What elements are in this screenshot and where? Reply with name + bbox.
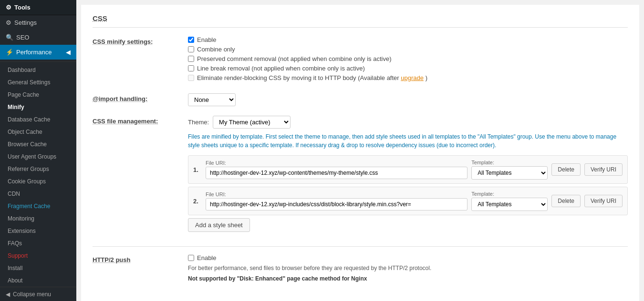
verify-button-2[interactable]: Verify URI (584, 195, 623, 207)
import-handling-content: None Include Minify (188, 93, 628, 106)
render-blocking-row: Eliminate render-blocking CSS by moving … (188, 74, 628, 81)
sidebar-sub-referrer-groups[interactable]: Referrer Groups (0, 163, 76, 175)
collapse-menu-button[interactable]: ◀ Collapse menu (0, 287, 76, 301)
performance-icon: ⚡ (6, 49, 13, 56)
settings-label: Settings (14, 19, 37, 26)
linebreak-label[interactable]: Line break removal (not applied when com… (197, 65, 365, 72)
sidebar-item-seo[interactable]: 🔍 SEO (0, 30, 76, 45)
http2-label: HTTP/2 push (93, 254, 188, 263)
file-row-1: 1. File URI: Template: All Templates Del… (188, 155, 628, 184)
http2-info-2-text: Not supported by "Disk: Enhanced" page c… (188, 275, 367, 282)
sidebar-sub-minify[interactable]: Minify (0, 101, 76, 113)
verify-button-1[interactable]: Verify URI (584, 163, 623, 176)
content-area: CSS CSS minify settings: Enable Combine … (81, 5, 639, 301)
performance-label: Performance (16, 49, 52, 56)
http2-enable-row: Enable (188, 254, 628, 261)
linebreak-checkbox[interactable] (188, 65, 194, 71)
add-stylesheet-button[interactable]: Add a style sheet (188, 218, 250, 232)
theme-label: Theme: (188, 119, 209, 126)
page-title: CSS (93, 14, 628, 28)
preserved-checkbox[interactable] (188, 56, 194, 62)
http2-enable-checkbox[interactable] (188, 255, 194, 261)
sidebar-sub-database-cache[interactable]: Database Cache (0, 113, 76, 126)
sidebar-tools-header[interactable]: ⚙ Tools (0, 0, 76, 15)
file-uri-group-1: File URI: (206, 160, 467, 179)
template-select-2[interactable]: All Templates (471, 198, 548, 211)
combine-label[interactable]: Combine only (197, 46, 235, 53)
file-uri-input-2[interactable] (206, 198, 467, 211)
enable-label[interactable]: Enable (197, 36, 216, 43)
template-label-1: Template: (471, 160, 548, 165)
file-management-label: CSS file management: (93, 116, 188, 125)
sidebar-sub-dashboard[interactable]: Dashboard (0, 64, 76, 76)
sidebar-sub-monitoring[interactable]: Monitoring (0, 212, 76, 225)
settings-icon: ⚙ (6, 19, 11, 26)
sidebar-divider-1 (0, 61, 76, 62)
enable-checkbox[interactable] (188, 37, 194, 43)
render-blocking-text: Eliminate render-blocking CSS by moving … (197, 74, 399, 81)
delete-button-1[interactable]: Delete (551, 163, 581, 176)
sidebar-item-performance[interactable]: ⚡ Performance ◀ (0, 45, 76, 60)
http2-enable-label[interactable]: Enable (197, 254, 216, 261)
import-handling-row: @import handling: None Include Minify (93, 93, 628, 106)
import-handling-select[interactable]: None Include Minify (188, 93, 236, 106)
template-label-2: Template: (471, 191, 548, 197)
section-divider (93, 246, 628, 247)
delete-button-2[interactable]: Delete (551, 195, 581, 207)
theme-row: Theme: My Theme (active) Twenty Twenty-T… (188, 116, 628, 129)
sidebar-sub-cookie-groups[interactable]: Cookie Groups (0, 175, 76, 188)
main-content: CSS CSS minify settings: Enable Combine … (76, 0, 644, 301)
render-blocking-checkbox[interactable] (188, 75, 194, 81)
sidebar-sub-support[interactable]: Support (0, 250, 76, 262)
file-uri-input-1[interactable] (206, 167, 467, 179)
theme-select[interactable]: My Theme (active) Twenty Twenty-Three Tw… (213, 116, 291, 129)
css-minify-content: Enable Combine only Preserved comment re… (188, 36, 628, 84)
collapse-label: Collapse menu (13, 291, 51, 298)
seo-label: SEO (16, 34, 29, 41)
sidebar-sub-about[interactable]: About (0, 274, 76, 287)
tools-label: Tools (14, 4, 31, 11)
file-management-info: Files are minified by template. First se… (188, 132, 628, 150)
http2-content: Enable For better performance, send file… (188, 254, 628, 283)
sidebar-sub-extensions[interactable]: Extensions (0, 225, 76, 237)
sidebar-sub-page-cache[interactable]: Page Cache (0, 89, 76, 101)
http2-info-1: For better performance, send files to br… (188, 264, 628, 272)
preserved-label[interactable]: Preserved comment removal (not applied w… (197, 55, 392, 62)
file-row-2: 2. File URI: Template: All Templates Del… (188, 187, 628, 215)
file-management-content: Theme: My Theme (active) Twenty Twenty-T… (188, 116, 628, 237)
file-row-2-num: 2. (193, 198, 202, 205)
tools-icon: ⚙ (6, 4, 11, 11)
sidebar-sub-browser-cache[interactable]: Browser Cache (0, 138, 76, 150)
template-group-2: Template: All Templates (471, 191, 548, 211)
sidebar-sub-user-agent-groups[interactable]: User Agent Groups (0, 150, 76, 163)
upgrade-link[interactable]: upgrade (401, 74, 424, 81)
enable-checkbox-row: Enable (188, 36, 628, 43)
http2-info-2: Not supported by "Disk: Enhanced" page c… (188, 274, 628, 283)
sidebar-sub-general-settings[interactable]: General Settings (0, 76, 76, 89)
file-row-1-num: 1. (193, 166, 202, 173)
http2-row: HTTP/2 push Enable For better performanc… (93, 254, 628, 283)
seo-icon: 🔍 (6, 34, 13, 41)
sidebar: ⚙ Tools ⚙ Settings 🔍 SEO ⚡ Performance ◀… (0, 0, 76, 301)
import-handling-label: @import handling: (93, 93, 188, 102)
sidebar-sub-faqs[interactable]: FAQs (0, 237, 76, 250)
sidebar-sub-fragment-cache[interactable]: Fragment Cache (0, 200, 76, 212)
preserved-checkbox-row: Preserved comment removal (not applied w… (188, 55, 628, 62)
file-uri-group-2: File URI: (206, 191, 467, 211)
file-management-row: CSS file management: Theme: My Theme (ac… (93, 116, 628, 237)
linebreak-checkbox-row: Line break removal (not applied when com… (188, 65, 628, 72)
css-minify-row: CSS minify settings: Enable Combine only… (93, 36, 628, 84)
sidebar-sub-cdn[interactable]: CDN (0, 188, 76, 200)
collapse-icon: ◀ (6, 291, 10, 298)
render-blocking-label: Eliminate render-blocking CSS by moving … (197, 74, 427, 81)
render-suffix: ) (426, 74, 427, 81)
file-uri-label-1: File URI: (206, 160, 467, 166)
sidebar-sub-object-cache[interactable]: Object Cache (0, 126, 76, 138)
combine-checkbox[interactable] (188, 46, 194, 52)
template-group-1: Template: All Templates (471, 160, 548, 180)
sidebar-item-settings[interactable]: ⚙ Settings (0, 15, 76, 30)
file-uri-label-2: File URI: (206, 191, 467, 197)
template-select-1[interactable]: All Templates (471, 166, 548, 180)
sidebar-sub-install[interactable]: Install (0, 262, 76, 274)
combine-checkbox-row: Combine only (188, 46, 628, 53)
